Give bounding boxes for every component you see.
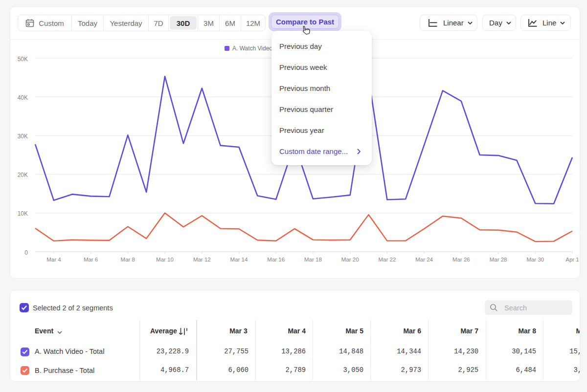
svg-text:Mar 8: Mar 8 bbox=[121, 257, 135, 262]
svg-text:Mar 6: Mar 6 bbox=[84, 257, 98, 262]
svg-text:0: 0 bbox=[24, 249, 28, 256]
svg-text:10K: 10K bbox=[18, 210, 28, 217]
svg-text:Mar 30: Mar 30 bbox=[526, 257, 544, 262]
svg-text:50K: 50K bbox=[18, 56, 28, 63]
svg-text:Mar 28: Mar 28 bbox=[490, 257, 507, 262]
svg-text:Mar 20: Mar 20 bbox=[341, 257, 359, 262]
svg-text:Mar 26: Mar 26 bbox=[452, 257, 470, 262]
svg-text:Mar 18: Mar 18 bbox=[304, 257, 322, 262]
svg-text:20K: 20K bbox=[18, 172, 28, 178]
svg-text:Mar 4: Mar 4 bbox=[46, 257, 61, 262]
svg-text:30K: 30K bbox=[18, 133, 28, 140]
svg-text:Apr 1: Apr 1 bbox=[565, 257, 579, 262]
svg-text:Mar 24: Mar 24 bbox=[415, 257, 433, 262]
svg-text:Mar 10: Mar 10 bbox=[156, 257, 174, 262]
svg-text:Mar 12: Mar 12 bbox=[193, 257, 211, 262]
svg-text:Mar 14: Mar 14 bbox=[230, 257, 248, 262]
svg-text:40K: 40K bbox=[18, 94, 28, 101]
svg-text:Mar 22: Mar 22 bbox=[379, 257, 396, 262]
svg-text:Mar 16: Mar 16 bbox=[267, 257, 285, 262]
